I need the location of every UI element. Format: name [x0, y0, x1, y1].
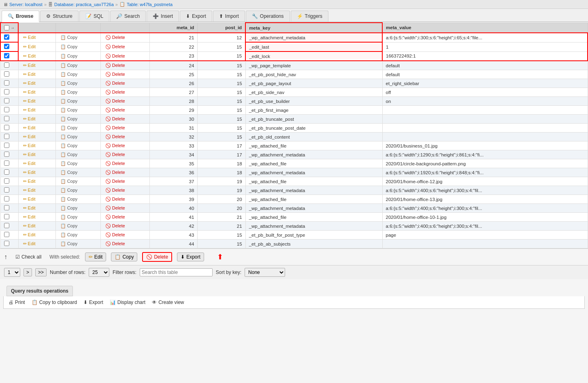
row-checkbox[interactable]	[4, 152, 9, 157]
edit-button[interactable]: ✏ Edit	[22, 214, 37, 220]
copy-row-button[interactable]: 📋 Copy	[59, 116, 79, 122]
row-checkbox[interactable]	[4, 125, 9, 130]
delete-cell[interactable]: 🚫 Delete	[100, 222, 149, 231]
edit-button[interactable]: ✏ Edit	[22, 89, 37, 95]
row-checkbox[interactable]	[4, 134, 9, 139]
edit-cell[interactable]: ✏ Edit	[18, 186, 55, 195]
tab-triggers[interactable]: ⚡ Triggers	[291, 11, 329, 21]
edit-cell[interactable]: ✏ Edit	[18, 33, 55, 42]
create-view-button[interactable]: 👁 Create view	[152, 300, 184, 305]
delete-row-button[interactable]: 🚫 Delete	[104, 98, 126, 104]
tab-structure[interactable]: ⚙ Structure	[40, 11, 79, 21]
delete-cell[interactable]: 🚫 Delete	[100, 231, 149, 240]
edit-button[interactable]: ✏ Edit	[22, 143, 37, 149]
copy-row-button[interactable]: 📋 Copy	[59, 107, 79, 113]
copy-row-button[interactable]: 📋 Copy	[59, 196, 79, 202]
delete-row-button[interactable]: 🚫 Delete	[104, 223, 126, 229]
delete-row-button[interactable]: 🚫 Delete	[104, 53, 126, 59]
edit-button[interactable]: ✏ Edit	[22, 205, 37, 211]
row-checkbox-cell[interactable]	[0, 79, 18, 88]
row-checkbox[interactable]	[4, 223, 9, 228]
delete-cell[interactable]: 🚫 Delete	[100, 213, 149, 222]
delete-cell[interactable]: 🚫 Delete	[100, 33, 149, 42]
copy-cell[interactable]: 📋 Copy	[55, 177, 100, 186]
row-checkbox[interactable]	[4, 44, 9, 49]
delete-row-button[interactable]: 🚫 Delete	[104, 169, 126, 175]
delete-row-button[interactable]: 🚫 Delete	[104, 187, 126, 193]
delete-row-button[interactable]: 🚫 Delete	[104, 71, 126, 77]
edit-button[interactable]: ✏ Edit	[22, 241, 37, 247]
copy-row-button[interactable]: 📋 Copy	[59, 71, 79, 77]
copy-cell[interactable]: 📋 Copy	[55, 222, 100, 231]
tab-search[interactable]: 🔎 Search	[110, 11, 146, 21]
tab-sql[interactable]: 📝 SQL	[79, 11, 109, 21]
breadcrumb-database[interactable]: Database: practica_uav7T26a	[54, 2, 114, 7]
delete-row-button[interactable]: 🚫 Delete	[104, 107, 126, 113]
delete-row-button[interactable]: 🚫 Delete	[104, 116, 126, 122]
copy-cell[interactable]: 📋 Copy	[55, 231, 100, 240]
copy-row-button[interactable]: 📋 Copy	[59, 160, 79, 167]
delete-cell[interactable]: 🚫 Delete	[100, 240, 149, 248]
row-checkbox[interactable]	[4, 178, 9, 184]
row-checkbox-cell[interactable]	[0, 204, 18, 213]
edit-button[interactable]: ✏ Edit	[22, 160, 37, 167]
copy-row-button[interactable]: 📋 Copy	[59, 143, 79, 149]
copy-row-button[interactable]: 📋 Copy	[59, 34, 79, 41]
edit-button[interactable]: ✏ Edit	[22, 80, 37, 86]
row-checkbox[interactable]	[4, 34, 9, 40]
row-checkbox-cell[interactable]	[0, 70, 18, 79]
edit-cell[interactable]: ✏ Edit	[18, 42, 55, 51]
edit-cell[interactable]: ✏ Edit	[18, 159, 55, 168]
copy-cell[interactable]: 📋 Copy	[55, 204, 100, 213]
row-checkbox-cell[interactable]	[0, 133, 18, 141]
delete-cell[interactable]: 🚫 Delete	[100, 61, 149, 70]
page-selector[interactable]: 1	[4, 268, 20, 277]
row-checkbox[interactable]	[4, 205, 9, 210]
delete-cell[interactable]: 🚫 Delete	[100, 70, 149, 79]
delete-cell[interactable]: 🚫 Delete	[100, 133, 149, 141]
delete-row-button[interactable]: 🚫 Delete	[104, 152, 126, 158]
edit-button[interactable]: ✏ Edit	[22, 134, 37, 140]
delete-cell[interactable]: 🚫 Delete	[100, 195, 149, 204]
copy-cell[interactable]: 📋 Copy	[55, 33, 100, 42]
edit-cell[interactable]: ✏ Edit	[18, 88, 55, 97]
copy-row-button[interactable]: 📋 Copy	[59, 44, 79, 50]
row-checkbox-cell[interactable]	[0, 51, 18, 61]
edit-cell[interactable]: ✏ Edit	[18, 222, 55, 231]
copy-row-button[interactable]: 📋 Copy	[59, 232, 79, 238]
edit-button[interactable]: ✏ Edit	[22, 107, 37, 113]
row-checkbox[interactable]	[4, 71, 9, 77]
copy-cell[interactable]: 📋 Copy	[55, 79, 100, 88]
row-checkbox[interactable]	[4, 241, 9, 246]
edit-button[interactable]: ✏ Edit	[22, 98, 37, 104]
copy-row-button[interactable]: 📋 Copy	[59, 89, 79, 95]
edit-cell[interactable]: ✏ Edit	[18, 141, 55, 150]
copy-row-button[interactable]: 📋 Copy	[59, 98, 79, 104]
edit-cell[interactable]: ✏ Edit	[18, 240, 55, 248]
row-checkbox-cell[interactable]	[0, 168, 18, 177]
row-checkbox[interactable]	[4, 143, 9, 148]
display-chart-button[interactable]: 📊 Display chart	[110, 300, 145, 305]
delete-row-button[interactable]: 🚫 Delete	[104, 125, 126, 131]
tab-insert[interactable]: ➕ Insert	[147, 11, 179, 21]
copy-cell[interactable]: 📋 Copy	[55, 51, 100, 61]
copy-clipboard-button[interactable]: 📋 Copy to clipboard	[32, 300, 77, 305]
copy-cell[interactable]: 📋 Copy	[55, 42, 100, 51]
row-checkbox[interactable]	[4, 116, 9, 121]
delete-cell[interactable]: 🚫 Delete	[100, 141, 149, 150]
copy-cell[interactable]: 📋 Copy	[55, 61, 100, 70]
delete-cell[interactable]: 🚫 Delete	[100, 97, 149, 106]
tab-export[interactable]: ⬇ Export	[180, 11, 212, 21]
row-checkbox[interactable]	[4, 98, 9, 103]
delete-row-button[interactable]: 🚫 Delete	[104, 196, 126, 202]
row-checkbox-cell[interactable]	[0, 141, 18, 150]
page-next-button[interactable]: >	[23, 268, 32, 276]
row-checkbox[interactable]	[4, 214, 9, 219]
export-selected-button[interactable]: ⬇ Export	[177, 252, 204, 261]
row-checkbox-cell[interactable]	[0, 150, 18, 159]
delete-selected-button[interactable]: 🚫 Delete	[142, 252, 172, 262]
edit-cell[interactable]: ✏ Edit	[18, 231, 55, 240]
delete-row-button[interactable]: 🚫 Delete	[104, 34, 126, 41]
edit-cell[interactable]: ✏ Edit	[18, 106, 55, 115]
breadcrumb-server[interactable]: Server: localhost	[9, 2, 43, 7]
